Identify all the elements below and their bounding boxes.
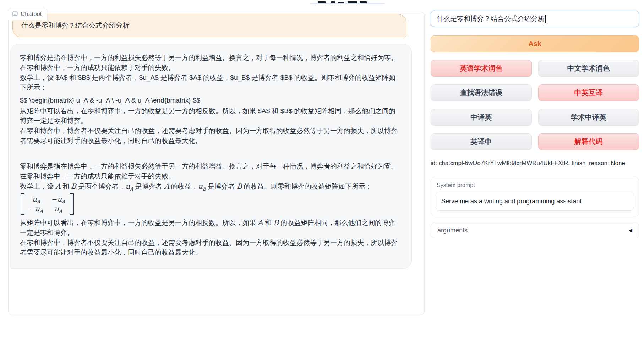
system-prompt-value: Serve me as a writing and programming as… — [441, 198, 583, 205]
ask-button[interactable]: Ask — [431, 35, 639, 52]
matrix-left-bracket — [21, 193, 24, 215]
bot-raw-paragraph-4: 在零和博弈中，博弈者不仅要关注自己的收益，还需要考虑对手的收益。因为一方取得的收… — [20, 126, 402, 146]
system-prompt-card: System prompt Serve me as a writing and … — [431, 177, 639, 216]
system-prompt-input[interactable]: Serve me as a writing and programming as… — [436, 192, 634, 211]
button-zh-to-en[interactable]: 中译英 — [431, 109, 532, 126]
bot-rendered-paragraph-3: 从矩阵中可以看出，在零和博弈中，一方的收益是另一方的相反数。所以，如果 A 和 … — [20, 218, 402, 238]
button-zh-academic-polish[interactable]: 中文学术润色 — [538, 60, 639, 77]
question-input[interactable]: 什么是零和博弈？结合公式介绍分析 — [431, 11, 639, 27]
matrix-cell: uA — [51, 204, 65, 214]
payoff-matrix: uA−uA−uAuA — [21, 193, 74, 215]
chatbot-label: Chatbot — [8, 8, 47, 20]
ask-button-label: Ask — [528, 40, 541, 48]
user-message-bubble: 什么是零和博弈？结合公式介绍分析 — [12, 14, 406, 37]
matrix-cell: uA — [29, 194, 43, 204]
bot-raw-paragraph-2: 数学上，设 $A$ 和 $B$ 是两个博弈者，$u_A$ 是博弈者 $A$ 的收… — [20, 73, 402, 93]
question-input-value: 什么是零和博弈？结合公式介绍分析 — [437, 14, 545, 23]
user-message-text: 什么是零和博弈？结合公式介绍分析 — [21, 21, 129, 30]
chat-bubble-icon — [12, 11, 18, 17]
bot-message-bubble: 零和博弈是指在博弈中，一方的利益损失必然等于另一方的利益增益。换言之，对于每一种… — [10, 44, 412, 269]
bot-rendered-paragraph-2: 数学上，设 A 和 B 是两个博弈者，uA 是博弈者 A 的收益，uB 是博弈者… — [20, 181, 402, 192]
chatbot-label-text: Chatbot — [21, 11, 42, 18]
button-zh-en-mutual-translate[interactable]: 中英互译 — [538, 84, 639, 101]
button-explain-code[interactable]: 解释代码 — [538, 133, 639, 150]
bot-raw-paragraph-3: 从矩阵中可以看出，在零和博弈中，一方的收益是另一方的相反数。所以，如果 $A$ … — [20, 106, 402, 126]
cropped-page-title-fragments — [318, 0, 371, 3]
bot-rendered-paragraph-1: 零和博弈是指在博弈中，一方的利益损失必然等于另一方的利益增益。换言之，对于每一种… — [20, 161, 402, 181]
message-part-gap — [20, 146, 402, 161]
bot-rendered-paragraph-4: 在零和博弈中，博弈者不仅要关注自己的收益，还需要考虑对手的收益。因为一方取得的收… — [20, 238, 402, 258]
arguments-accordion[interactable]: arguments ◀ — [431, 222, 639, 238]
accordion-collapsed-triangle-icon: ◀ — [628, 227, 632, 233]
function-button-grid: 英语学术润色中文学术润色查找语法错误中英互译中译英学术中译英英译中解释代码 — [431, 60, 639, 150]
system-prompt-label: System prompt — [437, 182, 634, 188]
matrix-cell: −uA — [29, 204, 43, 214]
button-en-to-zh[interactable]: 英译中 — [431, 133, 532, 150]
matrix-right-bracket — [70, 193, 74, 215]
bot-raw-paragraph-1: 零和博弈是指在博弈中，一方的利益损失必然等于另一方的利益增益。换言之，对于每一种… — [20, 53, 402, 73]
control-column: 什么是零和博弈？结合公式介绍分析 Ask 英语学术润色中文学术润色查找语法错误中… — [431, 11, 639, 238]
arguments-accordion-label: arguments — [437, 227, 468, 234]
completion-status-line: id: chatcmpl-6wOo7KrYTwMl89lbrMWRu4UkFFX… — [431, 160, 639, 167]
title-underline-decoration — [310, 3, 385, 4]
matrix-cells: uA−uA−uAuA — [24, 193, 70, 215]
text-cursor — [545, 15, 546, 23]
button-academic-zh-to-en[interactable]: 学术中译英 — [538, 109, 639, 126]
button-en-academic-polish[interactable]: 英语学术润色 — [431, 60, 532, 77]
matrix-cell: −uA — [51, 194, 65, 204]
bot-raw-latex-line: $$ \begin{bmatrix} u_A & -u_A \ -u_A & u… — [20, 95, 402, 105]
button-find-grammar-errors[interactable]: 查找语法错误 — [431, 84, 532, 101]
